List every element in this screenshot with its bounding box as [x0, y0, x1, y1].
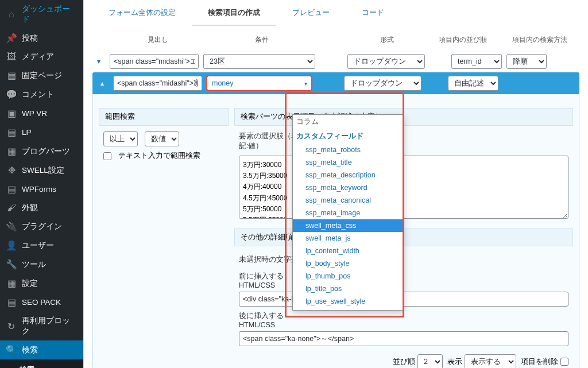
dropdown-option: コラム [293, 115, 404, 129]
sort-order-select[interactable]: 2 [417, 354, 443, 368]
menu-label: コメント [22, 90, 54, 100]
heading-input[interactable] [110, 54, 199, 69]
sidebar-item-16[interactable]: ↻再利用プロック [0, 312, 83, 340]
condition-combo-input[interactable] [207, 76, 312, 91]
sidebar-item-4[interactable]: 💬コメント [0, 85, 83, 104]
col-format-label: 形式 [349, 33, 425, 47]
dropdown-option[interactable]: ssp_meta_keyword [293, 181, 404, 194]
col-search-label: 項目内の検索方法 [500, 33, 579, 47]
condition-combobox[interactable]: ▾ [207, 76, 312, 91]
sidebar-item-3[interactable]: ▤固定ページ [0, 66, 83, 85]
menu-icon: ▦ [6, 278, 17, 289]
after-html-input[interactable] [239, 331, 568, 346]
order-key-select[interactable]: 自由記述 [448, 76, 498, 91]
col-order-label: 項目内の並び順 [430, 33, 496, 47]
delete-item-checkbox[interactable] [560, 358, 568, 366]
tab-1[interactable]: 検索項目の作成 [192, 0, 276, 26]
menu-icon: ↻ [6, 321, 17, 332]
sidebar-item-2[interactable]: 🖼メディア [0, 48, 83, 66]
dropdown-option[interactable]: lp_content_width [293, 245, 404, 257]
sidebar-item-5[interactable]: ▣WP VR [0, 104, 83, 123]
sidebar-item-12[interactable]: 👤ユーザー [0, 236, 83, 255]
sidebar-item-11[interactable]: 🔌プラグイン [0, 217, 83, 236]
sidebar-item-8[interactable]: ❉SWELL設定 [0, 161, 83, 180]
condition-select[interactable]: 23区 [203, 54, 315, 69]
menu-icon: 💬 [6, 89, 17, 100]
format-select[interactable]: ドロップダウン [347, 54, 425, 69]
tab-0[interactable]: フォーム全体の設定 [92, 0, 192, 26]
sidebar-item-6[interactable]: ▤LP [0, 123, 83, 142]
sidebar-item-9[interactable]: ▤WPForms [0, 180, 83, 199]
menu-icon: 🖼 [6, 52, 17, 62]
search-item-row: ▾ 23区 ドロップダウン term_id 降順 [92, 51, 579, 72]
menu-icon: ▤ [6, 127, 17, 138]
dropdown-option[interactable]: ssp_meta_description [293, 169, 404, 181]
menu-label: WP VR [22, 109, 47, 118]
range-op-select[interactable]: 以上 [103, 131, 138, 146]
range-text-input-checkbox[interactable] [103, 152, 111, 160]
sidebar-item-15[interactable]: ▤SEO PACK [0, 293, 83, 312]
range-text-input-label: テキスト入力で範囲検索 [118, 151, 200, 161]
col-heading-label: 見出し [114, 33, 202, 47]
dropdown-option[interactable]: swell_meta_js [293, 232, 404, 245]
sidebar-item-7[interactable]: ▦ブログパーツ [0, 142, 83, 161]
tab-2[interactable]: プレビュー [276, 0, 346, 26]
sidebar-item-13[interactable]: 🔧ツール [0, 255, 83, 274]
menu-icon: 👤 [6, 240, 17, 251]
menu-label: ユーザー [22, 241, 54, 251]
menu-label: メディア [22, 52, 54, 62]
menu-label: 検索 [22, 345, 38, 355]
dropdown-option[interactable]: lp_title_pos [293, 282, 404, 295]
sidebar-item-0[interactable]: ⌂ダッシュボード [0, 0, 83, 29]
condition-dropdown-list: コラムカスタムフィールドssp_meta_robotsssp_meta_titl… [292, 114, 404, 311]
menu-label: 外観 [22, 203, 38, 213]
menu-label: 再利用プロック [22, 316, 78, 336]
order-dir-select[interactable]: 降順 [506, 54, 547, 69]
dropdown-option[interactable]: ssp_meta_canonical [293, 194, 404, 207]
menu-icon: ⌂ [6, 9, 17, 20]
show-label: 表示 [447, 357, 462, 367]
range-type-select[interactable]: 数値 [145, 131, 179, 146]
tab-3[interactable]: コード [346, 0, 400, 26]
collapse-toggle[interactable]: ▴ [96, 77, 109, 90]
menu-icon: 🔧 [6, 259, 17, 270]
dropdown-option[interactable]: swell_meta_css [293, 219, 404, 232]
tab-content: 見出し 条件 形式 項目内の並び順 項目内の検索方法 ▾ 23区 ドロップダウン… [84, 26, 588, 368]
menu-label: LP [22, 128, 32, 137]
dropdown-option: カスタムフィールド [293, 129, 404, 144]
dropdown-option[interactable]: lp_use_swell_header [293, 308, 404, 310]
format-select[interactable]: ドロップダウン [344, 76, 421, 91]
heading-input[interactable] [113, 76, 202, 91]
sidebar-submenu: 検索ソートデザインキャッシュ管理 [0, 359, 83, 368]
menu-label: プラグイン [22, 222, 62, 232]
columns-header: 見出し 条件 形式 項目内の並び順 項目内の検索方法 [92, 33, 579, 47]
menu-icon: ▣ [6, 108, 17, 119]
dropdown-option[interactable]: ssp_meta_robots [293, 144, 404, 156]
sidebar-item-10[interactable]: 🖌外観 [0, 199, 83, 217]
dropdown-option[interactable]: lp_body_style [293, 257, 404, 270]
sidebar-item-17[interactable]: 🔍検索 [0, 340, 83, 359]
sidebar-item-1[interactable]: 📌投稿 [0, 29, 83, 48]
col-cond-label: 条件 [207, 33, 318, 47]
sidebar-item-14[interactable]: ▦設定 [0, 274, 83, 293]
menu-icon: ▤ [6, 297, 17, 308]
show-select[interactable]: 表示する [465, 354, 516, 368]
dropdown-option[interactable]: lp_use_swell_style [293, 295, 404, 308]
order-key-select[interactable]: term_id [451, 54, 502, 69]
menu-label: ツール [22, 259, 46, 270]
menu-icon: ❉ [6, 165, 17, 176]
dropdown-option[interactable]: ssp_meta_title [293, 156, 404, 169]
search-item-row-expanded: ▴ ▾ ドロップダウン 自由記述 [92, 72, 579, 94]
menu-label: SWELL設定 [22, 165, 64, 176]
menu-icon: 🔌 [6, 221, 17, 232]
menu-icon: ▦ [6, 146, 17, 157]
menu-icon: ▤ [6, 184, 17, 195]
sort-order-label: 並び順 [393, 357, 415, 367]
menu-label: WPForms [22, 185, 56, 193]
menu-icon: ▤ [6, 70, 17, 81]
expand-toggle[interactable]: ▾ [92, 55, 105, 68]
menu-icon: 📌 [6, 33, 17, 44]
sidebar-subitem-0[interactable]: 検索 [0, 362, 83, 368]
dropdown-option[interactable]: ssp_meta_image [293, 207, 404, 219]
dropdown-option[interactable]: lp_thumb_pos [293, 270, 404, 282]
